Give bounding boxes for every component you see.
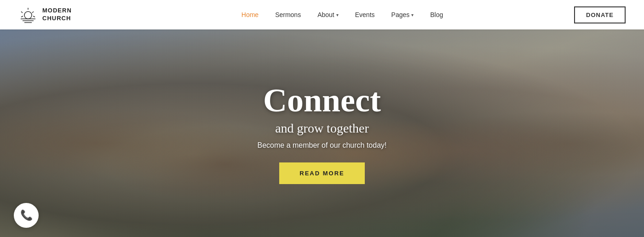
phone-icon: 📞 [20,209,33,221]
donate-button[interactable]: DONATE [574,6,626,23]
svg-line-2 [32,12,34,13]
nav-item-about[interactable]: About ▾ [317,11,339,18]
hero-section: Connect and grow together Become a membe… [0,29,644,237]
nav-item-sermons[interactable]: Sermons [275,11,301,18]
header: MODERN CHURCH Home Sermons About ▾ Event… [0,0,644,29]
pages-dropdown-icon: ▾ [411,12,414,17]
logo-icon [18,5,38,24]
svg-line-4 [21,12,23,13]
hero-subtitle: and grow together [257,121,386,136]
phone-bubble[interactable]: 📞 [14,203,39,228]
main-nav: Home Sermons About ▾ Events Pages ▾ Blog [110,11,574,18]
svg-line-5 [21,16,23,17]
svg-line-3 [33,16,35,17]
svg-point-0 [24,12,32,19]
nav-item-home[interactable]: Home [242,11,259,18]
nav-item-events[interactable]: Events [355,11,375,18]
hero-content: Connect and grow together Become a membe… [257,82,386,184]
nav-item-pages[interactable]: Pages ▾ [391,11,414,18]
hero-title: Connect [257,82,386,119]
hero-description: Become a member of our church today! [257,141,386,150]
logo-text: MODERN CHURCH [42,7,72,23]
nav-item-blog[interactable]: Blog [430,11,443,18]
about-dropdown-icon: ▾ [336,12,339,17]
logo[interactable]: MODERN CHURCH [18,5,110,24]
read-more-button[interactable]: READ MORE [279,162,364,184]
